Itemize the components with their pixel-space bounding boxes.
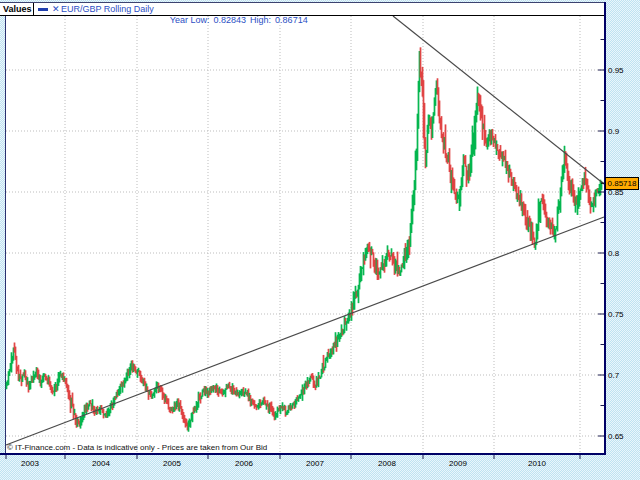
year-range-label: Year Low:0.82843High:0.86714 [155, 4, 312, 37]
candlesticks [7, 47, 602, 431]
values-label: Values [3, 4, 32, 15]
series-title[interactable]: EUR/GBP Rolling Daily [61, 4, 154, 15]
trendlines [6, 16, 604, 445]
header-divider [33, 3, 34, 15]
x-axis-label: 2006 [235, 459, 253, 468]
chart-window: Values ✕ EUR/GBP Rolling Daily Year Low:… [0, 0, 640, 480]
x-axis-label: 2009 [449, 459, 467, 468]
series-close-icon[interactable]: ✕ [52, 4, 60, 15]
copyright-note: © IT-Finance.com - Data is indicative on… [7, 443, 267, 452]
year-low-value: 0.82843 [214, 15, 247, 25]
x-axis-label: 2005 [163, 459, 181, 468]
year-low-label: Year Low: [170, 15, 210, 25]
x-axis-label: 2007 [306, 459, 324, 468]
series-color-marker-icon [38, 8, 48, 11]
y-axis-label: 0.75 [608, 310, 624, 319]
rising-support-line [6, 217, 604, 445]
y-axis-label: 0.9 [608, 127, 619, 136]
year-high-value: 0.86714 [275, 15, 308, 25]
price-chart[interactable] [0, 0, 640, 480]
chart-header: Values ✕ EUR/GBP Rolling Daily Year Low:… [0, 2, 604, 16]
x-axis-label: 2003 [21, 459, 39, 468]
x-axis-label: 2010 [528, 459, 546, 468]
y-axis-label: 0.8 [608, 249, 619, 258]
y-axis-label: 0.7 [608, 371, 619, 380]
x-axis-label: 2004 [92, 459, 110, 468]
last-price-tag: 0.85718 [605, 177, 639, 190]
x-axis-label: 2008 [378, 459, 396, 468]
year-high-label: High: [250, 15, 271, 25]
axis-ticks [6, 40, 604, 460]
y-axis-label: 0.65 [608, 432, 624, 441]
y-axis-label: 0.95 [608, 66, 624, 75]
